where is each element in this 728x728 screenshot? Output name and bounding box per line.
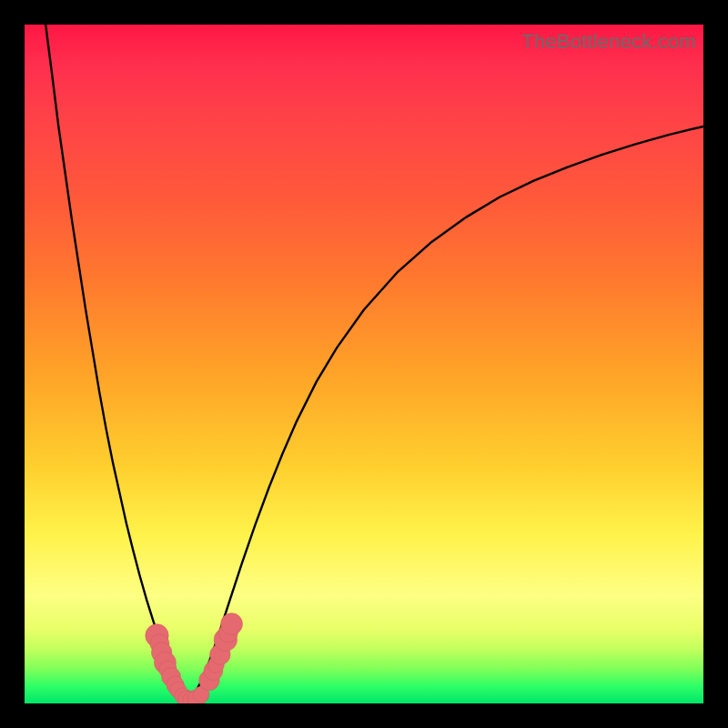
- chart-frame: TheBottleneck.com: [0, 0, 728, 728]
- chart-plot-area: TheBottleneck.com: [25, 25, 703, 703]
- watermark-text: TheBottleneck.com: [521, 30, 696, 54]
- data-markers: [146, 613, 243, 703]
- chart-svg: [25, 25, 703, 703]
- curve-lines: [46, 25, 703, 701]
- series-left-branch: [46, 25, 187, 701]
- series-right-branch: [187, 126, 703, 701]
- marker-point: [221, 613, 243, 635]
